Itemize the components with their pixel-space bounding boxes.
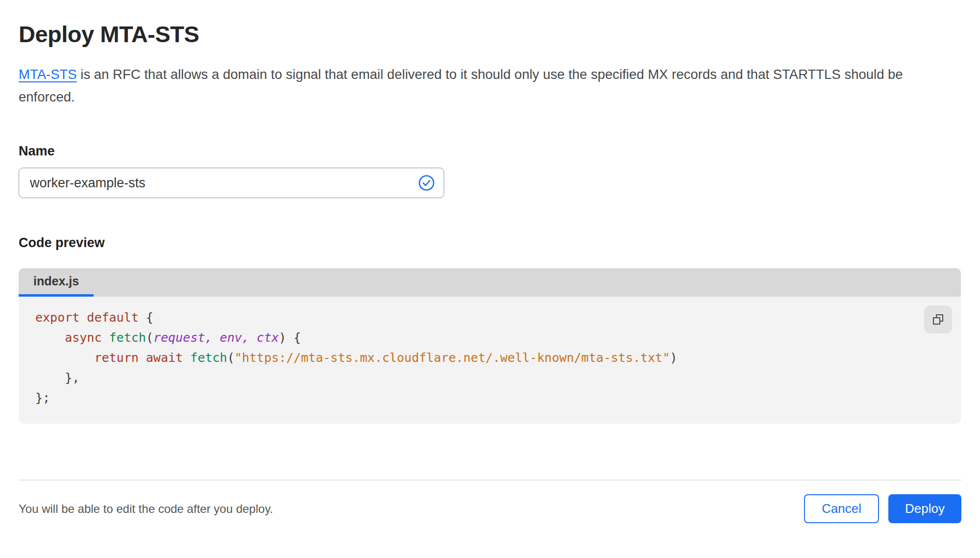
code-line: async fetch(request, env, ctx) { — [35, 328, 944, 348]
code-line: export default { — [35, 307, 944, 328]
copy-button[interactable] — [924, 305, 952, 333]
code-preview-card: index.js export default { async fetch(re… — [19, 268, 961, 424]
code-tabbar: index.js — [19, 268, 961, 297]
code-content: export default { async fetch(request, en… — [35, 307, 944, 408]
cancel-button[interactable]: Cancel — [804, 494, 879, 523]
tab-label: index.js — [33, 274, 79, 288]
footer-actions: Cancel Deploy — [804, 494, 961, 523]
tab-index-js[interactable]: index.js — [19, 268, 94, 297]
footer: You will be able to edit the code after … — [19, 481, 961, 523]
name-input[interactable] — [30, 176, 418, 191]
check-circle-icon — [418, 175, 435, 191]
page-title: Deploy MTA-STS — [19, 21, 961, 48]
code-block: export default { async fetch(request, en… — [19, 297, 961, 424]
code-line: }; — [35, 388, 944, 408]
code-line: return await fetch("https://mta-sts.mx.c… — [35, 348, 944, 368]
mta-sts-link[interactable]: MTA-STS — [19, 67, 77, 82]
deploy-mta-sts-page: Deploy MTA-STS MTA-STS is an RFC that al… — [0, 21, 980, 523]
description-text: is an RFC that allows a domain to signal… — [19, 67, 903, 104]
description: MTA-STS is an RFC that allows a domain t… — [19, 63, 961, 108]
code-preview-label: Code preview — [19, 235, 961, 251]
name-label: Name — [19, 144, 961, 159]
code-line: }, — [35, 368, 944, 388]
copy-icon — [931, 313, 945, 326]
deploy-button[interactable]: Deploy — [888, 494, 961, 523]
footer-note: You will be able to edit the code after … — [19, 502, 273, 516]
name-input-container — [19, 168, 444, 198]
